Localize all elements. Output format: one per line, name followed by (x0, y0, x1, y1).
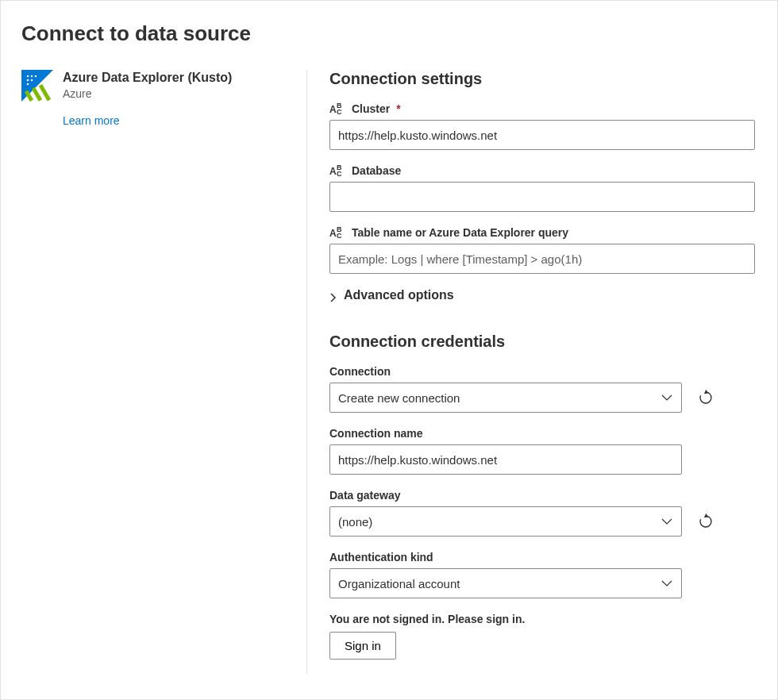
required-asterisk: * (396, 102, 400, 115)
connection-name-input[interactable] (329, 444, 682, 475)
connector-sidebar: Azure Data Explorer (Kusto) Azure Learn … (21, 70, 307, 674)
query-label: Table name or Azure Data Explorer query (352, 226, 568, 239)
svg-point-3 (35, 75, 37, 78)
text-type-icon (329, 226, 347, 239)
query-input[interactable] (329, 244, 755, 274)
svg-point-6 (27, 83, 29, 86)
cluster-label: Cluster (352, 102, 390, 115)
refresh-icon (698, 390, 714, 406)
connection-label: Connection (329, 365, 757, 378)
data-gateway-select[interactable]: (none) (329, 506, 682, 537)
page-title: Connect to data source (21, 21, 757, 46)
svg-point-4 (27, 79, 29, 82)
azure-data-explorer-icon (21, 70, 53, 102)
refresh-connection-button[interactable] (696, 388, 715, 407)
svg-point-5 (31, 79, 33, 82)
connection-name-label: Connection name (329, 427, 757, 440)
sign-in-button[interactable]: Sign in (329, 632, 396, 660)
learn-more-link[interactable]: Learn more (63, 114, 120, 127)
connection-credentials-heading: Connection credentials (329, 333, 757, 351)
cluster-input[interactable] (329, 120, 755, 150)
refresh-icon (698, 513, 714, 529)
signin-message: You are not signed in. Please sign in. (329, 613, 757, 625)
database-input[interactable] (329, 182, 755, 212)
refresh-gateway-button[interactable] (696, 512, 715, 531)
advanced-options-toggle[interactable]: Advanced options (329, 288, 757, 302)
svg-point-1 (27, 75, 29, 78)
text-type-icon (329, 164, 347, 177)
chevron-right-icon (329, 291, 337, 299)
data-gateway-label: Data gateway (329, 489, 757, 502)
database-label: Database (352, 164, 401, 177)
authentication-kind-select[interactable]: Organizational account (329, 568, 682, 598)
text-type-icon (329, 102, 347, 115)
connector-title: Azure Data Explorer (Kusto) (63, 70, 232, 87)
svg-point-2 (31, 75, 33, 78)
connection-select[interactable]: Create new connection (329, 383, 682, 413)
connector-subtitle: Azure (63, 87, 232, 101)
connection-settings-heading: Connection settings (329, 70, 757, 88)
authentication-kind-label: Authentication kind (329, 551, 757, 563)
advanced-options-label: Advanced options (344, 288, 454, 302)
